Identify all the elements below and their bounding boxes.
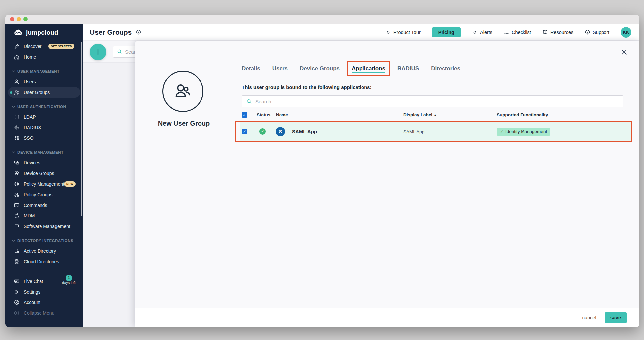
column-name[interactable]: Name [276, 112, 288, 117]
sidebar-scrollbar[interactable] [81, 42, 82, 216]
sidebar-item-label: Commands [24, 203, 47, 208]
checklist-icon [504, 29, 509, 35]
close-icon [620, 48, 628, 56]
sidebar-item-label: Active Directory [24, 248, 56, 254]
save-button[interactable]: save [605, 312, 627, 323]
sidebar-item-radius[interactable]: RADIUS [5, 122, 83, 133]
add-user-group-button[interactable] [90, 44, 106, 60]
sidebar-item-label: MDM [24, 213, 35, 218]
sidebar-item-cloud-directories[interactable]: Cloud Directories [5, 256, 83, 267]
select-all-checkbox[interactable]: ✓ [242, 112, 247, 118]
sidebar-item-label: Software Management [24, 224, 70, 229]
sidebar-item-mdm[interactable]: MDM [5, 211, 83, 221]
sidebar-item-label: Device Groups [24, 171, 54, 176]
bell-icon [472, 29, 478, 35]
functionality-badge: ✓ Identity Management [497, 128, 550, 136]
sidebar-divider [11, 272, 78, 272]
app-initial-avatar: S [276, 127, 285, 136]
tab-radius[interactable]: RADIUS [393, 62, 423, 75]
sidebar-item-users[interactable]: Users [5, 76, 83, 87]
close-panel-button[interactable] [620, 48, 629, 57]
account-icon [14, 299, 20, 305]
resources-button[interactable]: Resources [542, 29, 573, 35]
user-group-large-icon [171, 79, 195, 103]
section-user-authentication[interactable]: USER AUTHENTICATION [5, 102, 83, 112]
plus-icon [94, 48, 102, 56]
sidebar-item-label: Home [24, 54, 36, 60]
minimize-window-button[interactable] [17, 17, 21, 21]
applications-search-input[interactable] [255, 99, 619, 104]
sidebar-item-account[interactable]: Account [5, 297, 83, 308]
sidebar-item-ldap[interactable]: LDAP [5, 112, 83, 122]
cancel-button[interactable]: cancel [582, 315, 596, 320]
sidebar-item-device-groups[interactable]: Device Groups [5, 168, 83, 179]
sidebar-item-devices[interactable]: Devices [5, 157, 83, 168]
tab-applications[interactable]: Applications [347, 61, 390, 76]
sidebar-item-discover[interactable]: Discover GET STARTED [5, 41, 83, 52]
rocket-icon [14, 43, 20, 49]
sidebar-item-label: Devices [24, 160, 40, 165]
close-window-button[interactable] [10, 17, 14, 21]
sidebar-item-label: Cloud Directories [24, 259, 59, 264]
pricing-button[interactable]: Pricing [432, 27, 461, 37]
column-display-label[interactable]: Display Label▲ [403, 112, 437, 117]
sidebar-item-label: Collapse Menu [24, 310, 54, 316]
tab-users[interactable]: Users [268, 62, 292, 75]
user-avatar[interactable]: KK [621, 27, 631, 38]
macos-titlebar [5, 15, 639, 24]
jumpcloud-logo[interactable]: jumpcloud [5, 24, 83, 41]
policy-group-icon [14, 192, 20, 198]
sidebar-item-software-management[interactable]: Software Management [5, 221, 83, 232]
status-active-icon: ✓ [259, 128, 266, 135]
chevron-down-icon [12, 240, 15, 242]
user-icon [14, 79, 20, 85]
row-checkbox[interactable]: ✓ [242, 129, 247, 134]
chevron-down-icon [12, 151, 15, 153]
sidebar-item-settings[interactable]: Settings [5, 287, 83, 297]
alerts-button[interactable]: Alerts [472, 29, 492, 35]
page-header: User Groups Product Tour Pricing Alerts … [83, 24, 639, 41]
sidebar-item-label: Account [24, 300, 40, 305]
column-supported-functionality[interactable]: Supported Functionality [497, 112, 548, 117]
tab-directories[interactable]: Directories [427, 62, 464, 75]
active-directory-icon [14, 248, 20, 254]
info-icon[interactable] [136, 29, 141, 35]
sidebar-item-label: Users [24, 79, 36, 84]
app-name: SAML App [292, 129, 317, 134]
radar-icon [14, 125, 20, 130]
section-device-management[interactable]: DEVICE MANAGEMENT [5, 147, 83, 157]
sidebar-item-collapse-menu[interactable]: Collapse Menu [5, 308, 83, 318]
database-icon [14, 114, 20, 120]
section-directory-integrations[interactable]: DIRECTORY INTEGRATIONS [5, 236, 83, 246]
sidebar-item-label: SSO [24, 135, 34, 141]
sidebar-item-sso[interactable]: SSO [5, 133, 83, 143]
new-badge: NEW [64, 181, 76, 187]
sidebar-item-home[interactable]: Home [5, 52, 83, 62]
chevron-down-icon [12, 106, 15, 108]
applications-search-box [242, 95, 623, 107]
sidebar: jumpcloud Discover GET STARTED Home USER… [5, 24, 83, 327]
sidebar-item-commands[interactable]: Commands [5, 200, 83, 211]
sidebar-item-policy-management[interactable]: Policy Management NEW [5, 179, 83, 189]
sidebar-item-user-groups[interactable]: User Groups [8, 87, 80, 98]
grid-icon [14, 135, 20, 141]
sidebar-item-live-chat[interactable]: Live Chat 1 days left [5, 276, 83, 287]
sidebar-item-active-directory[interactable]: Active Directory [5, 246, 83, 256]
sidebar-item-policy-groups[interactable]: Policy Groups [5, 189, 83, 200]
tab-details[interactable]: Details [238, 62, 264, 75]
zoom-window-button[interactable] [23, 17, 28, 21]
checklist-button[interactable]: Checklist [504, 29, 531, 35]
bell-icon [385, 29, 391, 35]
applications-table-header: ✓ Status Name Display Label▲ Supported F… [242, 110, 623, 120]
support-button[interactable]: Support [585, 29, 609, 35]
tab-device-groups[interactable]: Device Groups [296, 62, 344, 75]
section-user-management[interactable]: USER MANAGEMENT [5, 66, 83, 76]
policy-icon [14, 181, 20, 187]
column-status[interactable]: Status [257, 112, 270, 117]
product-tour-button[interactable]: Product Tour [385, 29, 421, 35]
user-group-detail-panel: New User Group Details Users Device Grou… [135, 41, 639, 327]
header-actions: Product Tour Pricing Alerts Checklist Re… [385, 27, 631, 38]
active-indicator-dot [10, 91, 12, 94]
apple-icon [14, 213, 20, 219]
sidebar-item-label: RADIUS [24, 125, 41, 130]
